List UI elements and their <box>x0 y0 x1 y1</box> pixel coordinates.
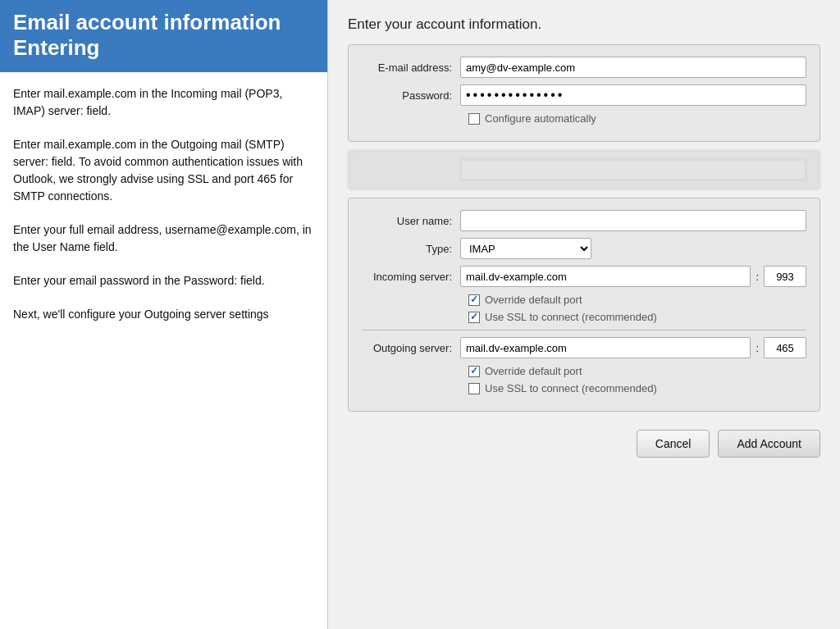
override-outgoing-label: Override default port <box>485 365 582 377</box>
username-row: User name: <box>362 210 806 231</box>
type-select[interactable]: IMAP POP3 Exchange <box>460 238 591 259</box>
left-panel: Email account information Entering Enter… <box>0 0 328 629</box>
ssl-incoming-checkbox[interactable] <box>468 312 480 323</box>
email-row: E-mail address: <box>362 57 806 78</box>
top-form-section: E-mail address: Password: Configure auto… <box>348 44 820 142</box>
username-label: User name: <box>362 215 460 227</box>
main-form-section: User name: Type: IMAP POP3 Exchange Inco… <box>348 198 820 412</box>
right-panel: Enter your account information. E-mail a… <box>328 0 840 629</box>
right-title: Enter your account information. <box>348 16 820 33</box>
left-content: Enter mail.example.com in the Incoming m… <box>0 71 327 629</box>
button-row: Cancel Add Account <box>348 430 820 458</box>
instruction-1: Enter mail.example.com in the Incoming m… <box>13 85 314 120</box>
incoming-server-row: Incoming server: : <box>362 266 806 287</box>
outgoing-server-row: Outgoing server: : <box>362 337 806 358</box>
left-header-text: Email account information Entering <box>13 10 281 60</box>
type-row: Type: IMAP POP3 Exchange <box>362 238 806 259</box>
configure-auto-checkbox[interactable] <box>468 113 480 125</box>
incoming-port-input[interactable] <box>764 266 806 287</box>
override-incoming-row: Override default port <box>468 294 806 306</box>
override-incoming-checkbox[interactable] <box>468 294 480 306</box>
ssl-outgoing-label: Use SSL to connect (recommended) <box>485 382 657 394</box>
instruction-3: Enter your full email address, username@… <box>13 221 314 256</box>
email-label: E-mail address: <box>362 62 460 74</box>
incoming-server-label: Incoming server: <box>362 271 460 283</box>
password-label: Password: <box>362 89 460 102</box>
add-account-button[interactable]: Add Account <box>718 430 820 458</box>
ssl-outgoing-checkbox[interactable] <box>468 383 480 394</box>
outgoing-port-input[interactable] <box>764 337 806 358</box>
incoming-server-port: : <box>460 266 806 287</box>
blurred-row-1 <box>362 159 806 180</box>
incoming-port-separator: : <box>756 271 759 283</box>
ssl-outgoing-row: Use SSL to connect (recommended) <box>468 382 806 394</box>
instruction-2: Enter mail.example.com in the Outgoing m… <box>13 136 314 205</box>
password-input[interactable] <box>460 84 806 106</box>
username-input[interactable] <box>460 210 806 231</box>
cancel-button[interactable]: Cancel <box>637 430 710 458</box>
outgoing-server-input[interactable] <box>460 337 751 358</box>
instruction-5: Next, we'll configure your Outgoing serv… <box>13 306 314 323</box>
override-outgoing-checkbox[interactable] <box>468 366 480 377</box>
configure-auto-label: Configure automatically <box>485 112 596 125</box>
ssl-incoming-row: Use SSL to connect (recommended) <box>468 311 806 323</box>
blurred-middle-section <box>348 150 820 189</box>
instruction-4: Enter your email password in the Passwor… <box>13 272 314 289</box>
incoming-server-input[interactable] <box>460 266 751 287</box>
password-row: Password: <box>362 84 806 106</box>
section-divider <box>362 330 806 330</box>
email-input[interactable] <box>460 57 806 78</box>
ssl-incoming-label: Use SSL to connect (recommended) <box>485 311 657 323</box>
override-outgoing-row: Override default port <box>468 365 806 377</box>
left-header: Email account information Entering <box>0 0 327 71</box>
configure-auto-row: Configure automatically <box>468 112 806 125</box>
type-label: Type: <box>362 243 460 255</box>
outgoing-server-label: Outgoing server: <box>362 342 460 354</box>
override-incoming-label: Override default port <box>485 294 582 306</box>
outgoing-port-separator: : <box>756 342 759 354</box>
outgoing-server-port: : <box>460 337 806 358</box>
blurred-input-1 <box>460 159 806 180</box>
